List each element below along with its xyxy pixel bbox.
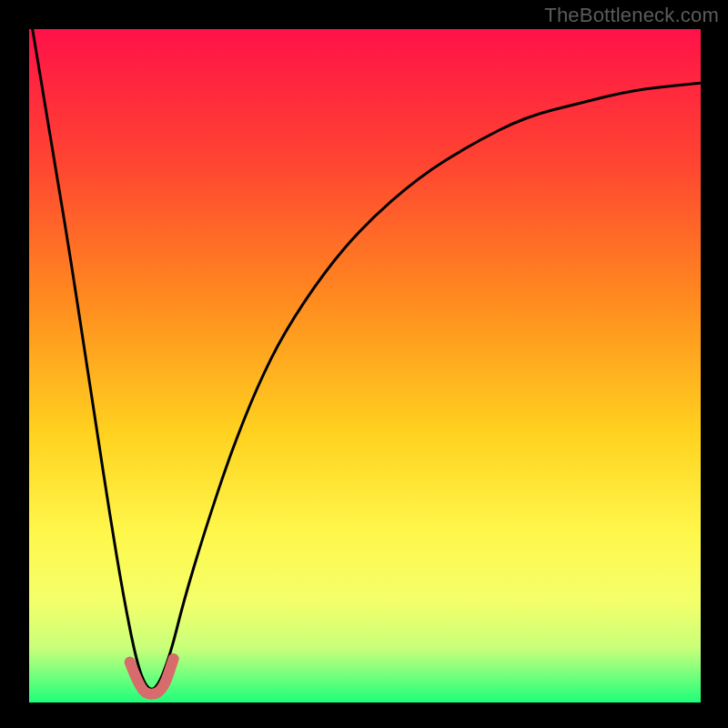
plot-background — [29, 29, 701, 703]
watermark-text: TheBottleneck.com — [544, 4, 719, 27]
chart-svg — [0, 0, 728, 728]
chart-stage: TheBottleneck.com — [0, 0, 728, 728]
